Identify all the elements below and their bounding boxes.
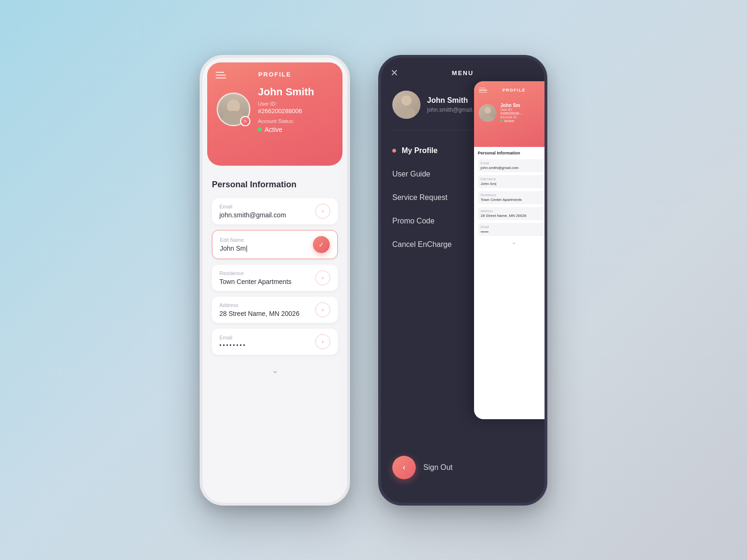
residence-value: Town Center Apartments xyxy=(219,278,315,285)
avatar-wrapper: ✎ xyxy=(217,92,250,126)
address-label: Address xyxy=(219,302,315,308)
residence-field-content: Residence Town Center Apartments xyxy=(219,270,315,285)
ov-residence-value: Town Center Apartments xyxy=(481,198,547,202)
profile-id-label: User ID: xyxy=(258,101,314,107)
pencil-icon: ✎ xyxy=(244,119,247,123)
sign-out-row: ‹ Sign Out xyxy=(392,456,452,479)
email-field[interactable]: Email john.smith@gmail.com › xyxy=(212,198,338,224)
hamburger-line-1 xyxy=(216,72,224,73)
ov-email-label: Email xyxy=(481,161,547,165)
address-field[interactable]: Address 28 Street Name, MN 20026 › xyxy=(212,297,338,323)
overlay-id-value: #26620028... xyxy=(500,111,522,115)
ov-name-field: Edit Name John Sm| xyxy=(478,175,547,188)
overlay-id-label: User ID: xyxy=(500,108,522,111)
overlay-ham-3 xyxy=(479,92,487,93)
password-field-content: Email •••••••• xyxy=(219,335,315,349)
ov-chevron-down: ⌄ xyxy=(478,239,547,245)
overlay-status-row: Active xyxy=(500,119,522,123)
menu-item-cancel-encharge-label: Cancel EnCharge xyxy=(392,240,451,249)
password-arrow[interactable]: › xyxy=(315,334,330,349)
profile-status-label: Account Status: xyxy=(258,118,314,124)
overlay-status-label: Account St... xyxy=(500,115,522,119)
overlay-body: Personal Information Email john.smith@gm… xyxy=(474,147,547,249)
hamburger-line-3 xyxy=(216,77,226,78)
residence-arrow[interactable]: › xyxy=(315,270,330,285)
active-dot-icon xyxy=(392,149,396,153)
residence-label: Residence xyxy=(219,270,315,276)
section-title: Personal Information xyxy=(212,180,338,190)
email-value: john.smith@gmail.com xyxy=(219,211,315,219)
ov-address-value: 28 Street Name, MN 20026 xyxy=(481,214,547,218)
right-phone: ✕ MENU John Smith john.smith@gmail.com M… xyxy=(378,55,547,506)
profile-avatar-section: ✎ John Smith User ID: #266200288006 Acco… xyxy=(217,86,333,133)
menu-item-my-profile-label: My Profile xyxy=(402,146,437,155)
ov-address-label: Address xyxy=(481,209,547,213)
ov-body xyxy=(482,115,493,122)
overlay-active-text: Active xyxy=(504,119,514,123)
overlay-user-info: John Sm User ID: #26620028... Account St… xyxy=(500,103,522,123)
ov-password-label: Email xyxy=(481,225,547,229)
avatar-edit-button[interactable]: ✎ xyxy=(240,116,250,126)
password-value: •••••••• xyxy=(219,342,315,349)
ov-password-value: •••••• xyxy=(481,230,547,234)
ov-name-value: John Sm| xyxy=(481,182,547,186)
profile-card-overlay: PROFILE John Sm User ID: #26620028... Ac… xyxy=(474,81,547,419)
menu-item-promo-code-label: Promo Code xyxy=(392,217,435,225)
overlay-name: John Sm xyxy=(500,103,522,108)
overlay-ham-1 xyxy=(479,88,485,89)
menu-item-user-guide-label: User Guide xyxy=(392,170,430,178)
ov-address-field: Address 28 Street Name, MN 20026 xyxy=(478,207,547,220)
sign-out-label: Sign Out xyxy=(423,463,452,472)
ov-residence-field: Residence Town Center Apartments xyxy=(478,191,547,204)
overlay-header: PROFILE John Sm User ID: #26620028... Ac… xyxy=(474,81,547,147)
profile-id-value: #266200288006 xyxy=(258,107,314,115)
personal-info-section: Personal Information Email john.smith@gm… xyxy=(202,170,347,385)
profile-header: PROFILE ✎ John Smith User ID: #266200288… xyxy=(207,62,342,166)
overlay-avatar-row: John Sm User ID: #26620028... Account St… xyxy=(479,103,547,123)
overlay-status-dot xyxy=(500,120,503,122)
address-arrow[interactable]: › xyxy=(315,302,330,317)
edit-name-field[interactable]: Edit Name John Sm| ✓ xyxy=(212,230,338,259)
ov-password-field: Email •••••• xyxy=(478,223,547,236)
ov-head xyxy=(484,107,491,114)
edit-name-label: Edit Name xyxy=(220,237,313,243)
residence-field[interactable]: Residence Town Center Apartments › xyxy=(212,265,338,291)
profile-name: John Smith xyxy=(258,86,314,98)
overlay-avatar xyxy=(479,104,497,122)
ov-name-label: Edit Name xyxy=(481,177,547,181)
sign-out-button[interactable]: ‹ xyxy=(392,456,416,479)
ov-email-value: john.smith@gmail.com xyxy=(481,166,547,170)
menu-avatar xyxy=(392,91,420,119)
email-arrow[interactable]: › xyxy=(315,204,330,219)
overlay-title: PROFILE xyxy=(502,88,526,92)
hamburger-line-2 xyxy=(216,75,226,76)
status-text: Active xyxy=(265,126,282,133)
ov-email-field: Email john.smith@gmail.com xyxy=(478,159,547,172)
menu-avatar-head xyxy=(401,95,412,106)
password-label: Email xyxy=(219,335,315,340)
password-field[interactable]: Email •••••••• › xyxy=(212,329,338,355)
close-button[interactable]: ✕ xyxy=(390,67,398,78)
profile-status-row: Active xyxy=(258,126,314,133)
email-label: Email xyxy=(219,204,315,209)
email-field-content: Email john.smith@gmail.com xyxy=(219,204,315,219)
address-value: 28 Street Name, MN 20026 xyxy=(219,310,315,317)
profile-header-title: PROFILE xyxy=(258,71,291,78)
profile-info: John Smith User ID: #266200288006 Accoun… xyxy=(258,86,314,133)
edit-name-check[interactable]: ✓ xyxy=(313,236,330,253)
ov-residence-label: Residence xyxy=(481,193,547,197)
address-field-content: Address 28 Street Name, MN 20026 xyxy=(219,302,315,317)
menu-title: MENU xyxy=(452,69,474,77)
hamburger-menu[interactable] xyxy=(216,72,226,78)
menu-avatar-body xyxy=(397,107,415,119)
overlay-section-title: Personal Information xyxy=(478,151,547,155)
edit-name-value[interactable]: John Sm| xyxy=(220,245,313,252)
left-phone: PROFILE ✎ John Smith User ID: #266200288… xyxy=(200,55,350,506)
menu-item-service-request-label: Service Request xyxy=(392,193,447,202)
edit-name-field-content: Edit Name John Sm| xyxy=(220,237,313,252)
scroll-down-indicator: ⌄ xyxy=(212,361,338,380)
overlay-ham-2 xyxy=(479,90,487,91)
status-dot xyxy=(258,128,262,131)
